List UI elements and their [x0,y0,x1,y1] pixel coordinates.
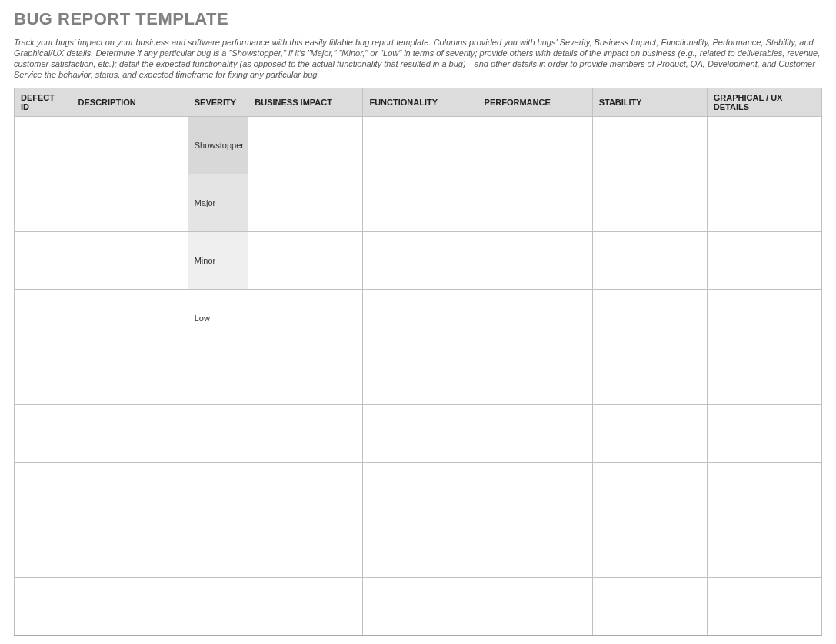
cell-severity[interactable]: Minor [188,232,248,290]
table-header-row: DEFECT ID DESCRIPTION SEVERITY BUSINESS … [15,88,822,117]
table-row: Major [15,174,822,232]
cell-stability[interactable] [592,520,707,578]
cell-graphical-ux[interactable] [707,174,821,232]
col-business-impact: BUSINESS IMPACT [248,88,363,117]
cell-graphical-ux[interactable] [707,463,821,520]
table-row [15,347,822,405]
cell-business-impact[interactable] [248,290,363,347]
col-defect-id: DEFECT ID [15,88,72,117]
cell-graphical-ux[interactable] [707,232,821,290]
cell-severity[interactable] [188,405,248,463]
cell-performance[interactable] [478,174,592,232]
cell-defect-id[interactable] [15,117,72,174]
col-graphical-ux: GRAPHICAL / UX DETAILS [707,88,821,117]
cell-functionality[interactable] [363,232,478,290]
cell-stability[interactable] [592,578,707,636]
cell-defect-id[interactable] [15,290,72,347]
cell-performance[interactable] [478,232,592,290]
col-severity: SEVERITY [188,88,248,117]
col-functionality: FUNCTIONALITY [363,88,478,117]
cell-description[interactable] [72,578,188,636]
cell-stability[interactable] [592,347,707,405]
cell-business-impact[interactable] [248,463,363,520]
table-row: Minor [15,232,822,290]
cell-defect-id[interactable] [15,463,72,520]
cell-business-impact[interactable] [248,117,363,174]
page-title: BUG REPORT TEMPLATE [14,9,822,29]
table-row [15,463,822,520]
cell-graphical-ux[interactable] [707,578,821,636]
cell-severity[interactable] [188,520,248,578]
cell-performance[interactable] [478,405,592,463]
cell-functionality[interactable] [363,578,478,636]
cell-description[interactable] [72,290,188,347]
cell-business-impact[interactable] [248,405,363,463]
cell-description[interactable] [72,232,188,290]
cell-stability[interactable] [592,405,707,463]
cell-defect-id[interactable] [15,578,72,636]
cell-performance[interactable] [478,347,592,405]
cell-stability[interactable] [592,232,707,290]
cell-severity[interactable] [188,347,248,405]
cell-stability[interactable] [592,463,707,520]
cell-description[interactable] [72,174,188,232]
cell-severity[interactable]: Low [188,290,248,347]
cell-business-impact[interactable] [248,520,363,578]
cell-severity[interactable] [188,463,248,520]
cell-defect-id[interactable] [15,232,72,290]
cell-graphical-ux[interactable] [707,347,821,405]
cell-description[interactable] [72,405,188,463]
cell-functionality[interactable] [363,174,478,232]
cell-business-impact[interactable] [248,578,363,636]
cell-defect-id[interactable] [15,405,72,463]
cell-functionality[interactable] [363,463,478,520]
cell-graphical-ux[interactable] [707,405,821,463]
col-stability: STABILITY [592,88,707,117]
table-row: Low [15,290,822,347]
cell-stability[interactable] [592,290,707,347]
table-body: ShowstopperMajorMinorLow [15,117,822,636]
cell-functionality[interactable] [363,117,478,174]
cell-functionality[interactable] [363,347,478,405]
cell-stability[interactable] [592,174,707,232]
cell-performance[interactable] [478,290,592,347]
cell-graphical-ux[interactable] [707,520,821,578]
cell-graphical-ux[interactable] [707,117,821,174]
cell-business-impact[interactable] [248,347,363,405]
cell-business-impact[interactable] [248,174,363,232]
cell-functionality[interactable] [363,290,478,347]
cell-functionality[interactable] [363,405,478,463]
cell-description[interactable] [72,117,188,174]
table-row [15,578,822,636]
cell-severity[interactable]: Showstopper [188,117,248,174]
cell-description[interactable] [72,347,188,405]
table-row: Showstopper [15,117,822,174]
cell-defect-id[interactable] [15,347,72,405]
table-row [15,520,822,578]
table-row [15,405,822,463]
cell-performance[interactable] [478,117,592,174]
cell-defect-id[interactable] [15,174,72,232]
cell-description[interactable] [72,463,188,520]
cell-performance[interactable] [478,463,592,520]
col-description: DESCRIPTION [72,88,188,117]
cell-stability[interactable] [592,117,707,174]
bug-report-table: DEFECT ID DESCRIPTION SEVERITY BUSINESS … [14,88,822,636]
cell-defect-id[interactable] [15,520,72,578]
cell-business-impact[interactable] [248,232,363,290]
cell-graphical-ux[interactable] [707,290,821,347]
cell-severity[interactable]: Major [188,174,248,232]
cell-severity[interactable] [188,578,248,636]
intro-text: Track your bugs' impact on your business… [14,37,822,80]
cell-performance[interactable] [478,578,592,636]
cell-description[interactable] [72,520,188,578]
cell-functionality[interactable] [363,520,478,578]
cell-performance[interactable] [478,520,592,578]
col-performance: PERFORMANCE [478,88,592,117]
